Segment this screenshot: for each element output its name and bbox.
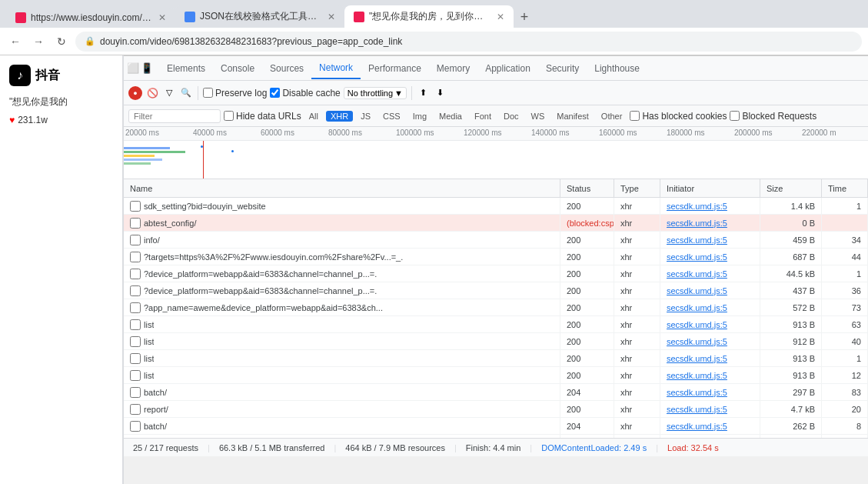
table-row[interactable]: batch/ 204 xhr secsdk.umd.js:5 297 B 83 xyxy=(124,384,868,401)
tab-elements[interactable]: Elements xyxy=(159,58,213,78)
back-button[interactable]: ← xyxy=(6,32,25,51)
hide-data-urls-input[interactable] xyxy=(224,111,234,121)
import-icon[interactable]: ⬆ xyxy=(417,86,431,100)
row-checkbox-8[interactable] xyxy=(130,336,141,347)
tab-console[interactable]: Console xyxy=(213,58,262,78)
td-type-4: xhr xyxy=(614,265,660,282)
blocked-requests-checkbox[interactable]: Blocked Requests xyxy=(730,111,816,122)
forward-button[interactable]: → xyxy=(29,32,48,51)
row-checkbox-2[interactable] xyxy=(130,235,141,245)
export-icon[interactable]: ⬇ xyxy=(434,86,447,100)
has-blocked-checkbox[interactable]: Has blocked cookies xyxy=(630,111,727,122)
table-row[interactable]: ?device_platform=webapp&aid=6383&channel… xyxy=(124,265,868,282)
throttling-select[interactable]: No throttling ▼ xyxy=(344,87,407,99)
filter-font[interactable]: Font xyxy=(470,111,496,122)
row-checkbox-0[interactable] xyxy=(130,201,141,212)
network-table[interactable]: Name Status Type Initiator Size Time sdk… xyxy=(124,179,868,438)
row-checkbox-13[interactable] xyxy=(130,421,141,432)
row-checkbox-6[interactable] xyxy=(130,302,141,313)
table-row[interactable]: list 200 xhr secsdk.umd.js:5 913 B 1 xyxy=(124,350,868,367)
table-row[interactable]: list 200 xhr secsdk.umd.js:5 912 B 40 xyxy=(124,333,868,350)
device-icon[interactable]: 📱 xyxy=(141,62,153,74)
table-row[interactable]: list 200 xhr secsdk.umd.js:5 913 B 63 xyxy=(124,316,868,333)
new-tab-button[interactable]: + xyxy=(514,6,535,28)
row-checkbox-5[interactable] xyxy=(130,285,141,296)
clear-button[interactable]: 🚫 xyxy=(145,86,159,100)
initiator-link-9[interactable]: secsdk.umd.js:5 xyxy=(667,354,727,363)
row-checkbox-4[interactable] xyxy=(130,269,141,279)
table-row[interactable]: abtest_config/ (blocked:csp) xhr secsdk.… xyxy=(124,215,868,232)
tab-performance[interactable]: Performance xyxy=(361,58,429,78)
initiator-link-7[interactable]: secsdk.umd.js:5 xyxy=(667,320,727,329)
tab-3[interactable]: "想见你是我的房，见到你是我... ✕ xyxy=(344,5,514,28)
filter-js[interactable]: JS xyxy=(356,111,375,122)
has-blocked-input[interactable] xyxy=(630,111,640,121)
hide-data-urls-checkbox[interactable]: Hide data URLs xyxy=(224,111,301,122)
filter-all[interactable]: All xyxy=(304,111,323,122)
initiator-link-0[interactable]: secsdk.umd.js:5 xyxy=(667,202,727,211)
td-name-1: abtest_config/ xyxy=(124,215,560,231)
table-row[interactable]: list 200 xhr secsdk.umd.js:5 913 B 12 xyxy=(124,367,868,384)
blocked-requests-input[interactable] xyxy=(730,111,740,121)
initiator-link-11[interactable]: secsdk.umd.js:5 xyxy=(667,388,727,397)
initiator-link-5[interactable]: secsdk.umd.js:5 xyxy=(667,286,727,295)
disable-cache-checkbox[interactable]: Disable cache xyxy=(270,88,340,98)
filter-input[interactable] xyxy=(128,109,221,123)
table-row[interactable]: ?app_name=aweme&device_platform=webapp&a… xyxy=(124,299,868,316)
filter-ws[interactable]: WS xyxy=(527,111,550,122)
filter-other[interactable]: Other xyxy=(597,111,627,122)
url-bar[interactable]: 🔒 douyin.com/video/6981382632848231683?p… xyxy=(75,32,862,52)
filter-xhr[interactable]: XHR xyxy=(326,111,353,122)
initiator-link-4[interactable]: secsdk.umd.js:5 xyxy=(667,269,727,279)
tab-sources[interactable]: Sources xyxy=(262,58,311,78)
initiator-link-6[interactable]: secsdk.umd.js:5 xyxy=(667,303,727,312)
row-checkbox-11[interactable] xyxy=(130,387,141,398)
reload-button[interactable]: ↻ xyxy=(52,32,71,51)
filter-css[interactable]: CSS xyxy=(378,111,405,122)
tab-security[interactable]: Security xyxy=(538,58,587,78)
initiator-link-1[interactable]: secsdk.umd.js:5 xyxy=(667,219,727,228)
search-icon[interactable]: 🔍 xyxy=(179,86,193,100)
table-row[interactable]: ?targets=https%3A%2F%2Fwww.iesdouyin.com… xyxy=(124,249,868,265)
disable-cache-input[interactable] xyxy=(270,88,280,98)
initiator-link-12[interactable]: secsdk.umd.js:5 xyxy=(667,405,727,414)
filter-manifest[interactable]: Manifest xyxy=(552,111,594,122)
table-row[interactable]: report/ 200 xhr secsdk.umd.js:5 4.7 kB 2… xyxy=(124,401,868,418)
tab-close-3[interactable]: ✕ xyxy=(497,12,504,22)
table-row[interactable]: sdk_setting?bid=douyin_website 200 xhr s… xyxy=(124,198,868,215)
table-row[interactable]: batch/ 204 xhr secsdk.umd.js:5 262 B 8 xyxy=(124,418,868,435)
inspector-icon[interactable]: ⬜ xyxy=(127,62,139,74)
preserve-log-checkbox[interactable]: Preserve log xyxy=(203,88,267,98)
filter-media[interactable]: Media xyxy=(434,111,467,122)
timeline-bar-1 xyxy=(124,147,170,149)
tab-close-1[interactable]: ✕ xyxy=(158,12,166,23)
initiator-link-8[interactable]: secsdk.umd.js:5 xyxy=(667,337,727,346)
tab-1[interactable]: https://www.iesdouyin.com/w... ✕ xyxy=(6,8,175,28)
filter-icon[interactable]: ▽ xyxy=(162,86,176,100)
tab-network[interactable]: Network xyxy=(311,58,361,79)
row-checkbox-12[interactable] xyxy=(130,404,141,415)
filter-doc[interactable]: Doc xyxy=(499,111,524,122)
table-row[interactable]: ?device_platform=webapp&aid=6383&channel… xyxy=(124,282,868,299)
table-row[interactable]: info/ 200 xhr secsdk.umd.js:5 459 B 34 xyxy=(124,232,868,249)
record-button[interactable]: ● xyxy=(128,86,142,100)
initiator-link-13[interactable]: secsdk.umd.js:5 xyxy=(667,422,727,431)
initiator-link-2[interactable]: secsdk.umd.js:5 xyxy=(667,235,727,245)
tab-application[interactable]: Application xyxy=(477,58,538,78)
td-type-0: xhr xyxy=(614,198,660,214)
tab-memory[interactable]: Memory xyxy=(429,58,477,78)
td-status-1: (blocked:csp) xyxy=(560,215,614,231)
initiator-link-10[interactable]: secsdk.umd.js:5 xyxy=(667,371,727,380)
preserve-log-input[interactable] xyxy=(203,88,213,98)
td-size-9: 913 B xyxy=(760,350,822,366)
row-checkbox-3[interactable] xyxy=(130,252,141,262)
filter-img[interactable]: Img xyxy=(408,111,431,122)
row-checkbox-1[interactable] xyxy=(130,218,141,229)
tab-close-2[interactable]: ✕ xyxy=(328,12,335,22)
initiator-link-3[interactable]: secsdk.umd.js:5 xyxy=(667,252,727,262)
row-checkbox-10[interactable] xyxy=(130,370,141,381)
row-checkbox-7[interactable] xyxy=(130,319,141,330)
row-checkbox-9[interactable] xyxy=(130,353,141,364)
tab-2[interactable]: JSON在线校验格式化工具（Be... ✕ xyxy=(175,5,344,28)
tab-lighthouse[interactable]: Lighthouse xyxy=(587,58,647,78)
